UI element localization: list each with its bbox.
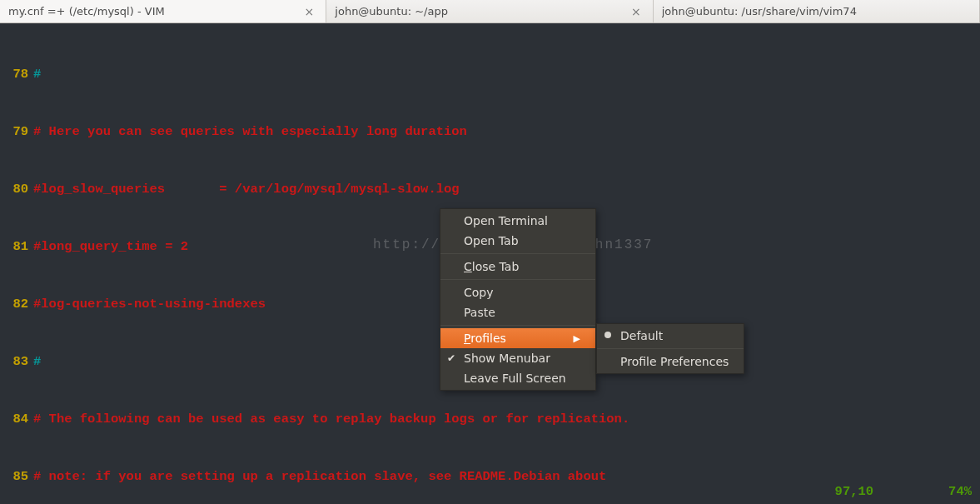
menu-label: lose Tab	[472, 260, 520, 273]
menu-close-tab[interactable]: Close Tab	[440, 257, 595, 277]
menu-accel: C	[464, 260, 472, 273]
vim-status-bar: 97,10 74%	[835, 484, 972, 499]
code-text: #	[33, 352, 41, 372]
menu-leave-fullscreen[interactable]: Leave Full Screen	[440, 368, 595, 388]
submenu-label: Pr	[620, 355, 632, 368]
cursor-position: 97,10	[835, 484, 874, 499]
menu-profiles[interactable]: Profiles ▶	[440, 328, 595, 348]
menu-label: Show Menubar	[464, 352, 550, 365]
submenu-profile-preferences[interactable]: Profile Preferences	[597, 352, 744, 372]
submenu-label: file Preferences	[639, 355, 729, 368]
menu-separator	[440, 279, 595, 280]
line-number: 84	[0, 410, 33, 429]
code-text: # note: if you are setting up a replicat…	[33, 467, 606, 487]
close-icon[interactable]: ×	[628, 5, 644, 18]
menu-separator	[440, 253, 595, 254]
radio-icon	[604, 332, 611, 338]
menu-label: Leave Full Screen	[464, 372, 566, 385]
line-number: 82	[0, 295, 33, 314]
close-icon[interactable]: ×	[301, 5, 318, 18]
line-number: 85	[0, 467, 33, 487]
line-number: 80	[0, 180, 33, 199]
tab-bar: my.cnf =+ (/etc/mysql) - VIM × john@ubun…	[0, 0, 980, 23]
tab-app[interactable]: john@ubuntu: ~/app ×	[326, 0, 653, 22]
menu-accel: P	[464, 332, 470, 345]
scroll-percent: 74%	[948, 484, 972, 499]
menu-copy[interactable]: Copy	[440, 282, 595, 302]
menu-show-menubar[interactable]: ✔ Show Menubar	[440, 348, 595, 368]
line-number: 83	[0, 352, 33, 372]
menu-label: Paste	[464, 306, 495, 319]
menu-label: Copy	[464, 286, 494, 299]
tab-vim[interactable]: my.cnf =+ (/etc/mysql) - VIM ×	[0, 0, 326, 22]
code-text: #	[33, 65, 41, 84]
code-text: #log_slow_queries = /var/log/mysql/mysql…	[33, 180, 460, 199]
menu-separator	[440, 325, 595, 326]
menu-separator	[597, 348, 744, 349]
code-text: #log-queries-not-using-indexes	[33, 295, 266, 314]
code-text: # The following can be used as easy to r…	[33, 410, 629, 429]
menu-label: Open Terminal	[464, 214, 548, 227]
menu-label: rofiles	[470, 332, 506, 345]
tab-label: john@ubuntu: /usr/share/vim/vim74	[662, 5, 971, 17]
code-text: # Here you can see queries with especial…	[33, 122, 467, 142]
menu-open-terminal[interactable]: Open Terminal	[440, 211, 595, 231]
submenu-label: Default	[620, 329, 663, 342]
profiles-submenu: Default Profile Preferences	[596, 323, 744, 374]
tab-vim74[interactable]: john@ubuntu: /usr/share/vim/vim74	[654, 0, 980, 22]
menu-open-tab[interactable]: Open Tab	[440, 231, 595, 251]
code-text: #long_query_time = 2	[33, 237, 188, 257]
menu-paste[interactable]: Paste	[440, 302, 595, 322]
line-number: 79	[0, 122, 33, 142]
check-icon: ✔	[447, 352, 455, 364]
chevron-right-icon: ▶	[574, 333, 580, 344]
line-number: 81	[0, 237, 33, 257]
tab-label: my.cnf =+ (/etc/mysql) - VIM	[8, 5, 301, 17]
line-number: 78	[0, 65, 33, 84]
tab-label: john@ubuntu: ~/app	[335, 5, 628, 17]
context-menu: Open Terminal Open Tab Close Tab Copy Pa…	[440, 208, 596, 391]
submenu-default[interactable]: Default	[597, 326, 744, 346]
menu-label: Open Tab	[464, 234, 519, 247]
submenu-accel: o	[632, 355, 639, 368]
